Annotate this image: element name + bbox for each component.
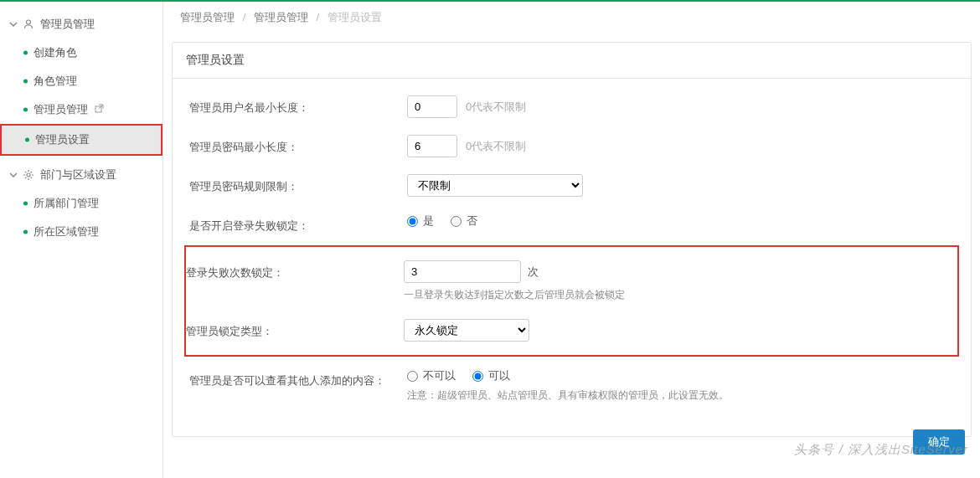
breadcrumb-item[interactable]: 管理员管理 (180, 11, 235, 23)
field-label: 是否开启登录失败锁定： (189, 213, 407, 234)
row-password-rule: 管理员密码规则限制： 不限制 (189, 166, 954, 205)
sidebar-item-label: 创建角色 (34, 46, 77, 59)
radio-input[interactable] (451, 216, 462, 227)
sidebar-group-dept: 部门与区域设置 所属部门管理 所在区域管理 (0, 161, 162, 246)
radio-no[interactable]: 否 (451, 213, 477, 229)
radio-can[interactable]: 可以 (472, 368, 510, 383)
sidebar-item-label: 管理员设置 (35, 133, 90, 146)
row-password-min: 管理员密码最小长度： 0代表不限制 (189, 126, 954, 166)
lock-type-select[interactable]: 永久锁定 (404, 319, 529, 342)
field-subhint: 注意：超级管理员、站点管理员、具有审核权限的管理员，此设置无效。 (407, 388, 954, 403)
field-label: 管理员用户名最小长度： (189, 95, 407, 116)
radio-input[interactable] (407, 371, 418, 382)
field-unit: 次 (528, 265, 539, 280)
field-label: 管理员密码最小长度： (189, 135, 407, 155)
sidebar-group-head-dept[interactable]: 部门与区域设置 (0, 161, 162, 189)
panel-title: 管理员设置 (173, 43, 971, 79)
row-fail-count: 登录失败次数锁定： 次 一旦登录失败达到指定次数之后管理员就会被锁定 (186, 252, 957, 311)
sidebar-item-admin-settings[interactable]: 管理员设置 (0, 124, 162, 156)
sidebar-item-area-mgmt[interactable]: 所在区域管理 (0, 218, 162, 246)
radio-label: 否 (467, 213, 477, 229)
sidebar-item-create-role[interactable]: 创建角色 (0, 39, 162, 67)
sidebar-item-label: 所属部门管理 (34, 197, 99, 209)
field-label: 登录失败次数锁定： (186, 260, 404, 280)
external-link-icon (95, 103, 104, 116)
field-hint: 0代表不限制 (466, 139, 526, 154)
svg-point-2 (27, 173, 30, 177)
sidebar-item-dept-mgmt[interactable]: 所属部门管理 (0, 189, 162, 218)
sidebar-group-title: 部门与区域设置 (40, 167, 116, 182)
username-min-input[interactable] (407, 95, 457, 118)
radio-label: 不可以 (423, 368, 456, 383)
radio-cannot[interactable]: 不可以 (407, 368, 456, 383)
password-min-input[interactable] (407, 135, 457, 157)
sidebar-item-label: 管理员管理 (34, 103, 88, 116)
breadcrumb-current: 管理员设置 (328, 11, 382, 23)
radio-label: 是 (423, 213, 434, 229)
highlighted-section: 登录失败次数锁定： 次 一旦登录失败达到指定次数之后管理员就会被锁定 管理员锁定… (184, 245, 959, 357)
radio-yes[interactable]: 是 (407, 213, 434, 229)
field-label: 管理员锁定类型： (186, 319, 404, 339)
gear-icon (22, 168, 35, 182)
field-label: 管理员是否可以查看其他人添加的内容： (189, 368, 407, 388)
sidebar: 管理员管理 创建角色 角色管理 管理员管理 管理员设置 (0, 2, 163, 478)
fail-count-input[interactable] (404, 260, 521, 283)
radio-label: 可以 (488, 368, 510, 383)
field-subhint: 一旦登录失败达到指定次数之后管理员就会被锁定 (404, 288, 957, 302)
chevron-down-icon (8, 170, 18, 180)
radio-input[interactable] (407, 216, 418, 227)
password-rule-select[interactable]: 不限制 (407, 174, 583, 197)
field-label: 管理员密码规则限制： (189, 174, 407, 194)
row-lock-type: 管理员锁定类型： 永久锁定 (186, 311, 957, 350)
row-view-others: 管理员是否可以查看其他人添加的内容： 不可以 可以 注意：超级管理员、站点管理员… (189, 360, 954, 411)
svg-point-0 (27, 20, 31, 24)
settings-panel: 管理员设置 管理员用户名最小长度： 0代表不限制 管理员密码最小长度： 0代表不… (172, 42, 972, 437)
row-login-fail-lock: 是否开启登录失败锁定： 是 否 (189, 205, 954, 242)
sidebar-item-role-mgmt[interactable]: 角色管理 (0, 67, 162, 95)
field-hint: 0代表不限制 (466, 100, 526, 115)
radio-input[interactable] (472, 371, 483, 382)
content-area: 管理员管理 / 管理员管理 / 管理员设置 管理员设置 管理员用户名最小长度： … (163, 2, 980, 478)
sidebar-group-head-admin[interactable]: 管理员管理 (0, 10, 162, 39)
sidebar-item-admin-mgmt[interactable]: 管理员管理 (0, 95, 162, 124)
breadcrumb-sep: / (243, 11, 246, 23)
sidebar-item-label: 所在区域管理 (34, 225, 99, 238)
submit-button[interactable]: 确定 (913, 429, 965, 455)
sidebar-group-admin: 管理员管理 创建角色 角色管理 管理员管理 管理员设置 (0, 10, 162, 156)
breadcrumb: 管理员管理 / 管理员管理 / 管理员设置 (163, 2, 980, 33)
chevron-down-icon (8, 19, 18, 29)
sidebar-item-label: 角色管理 (34, 75, 77, 87)
user-icon (22, 18, 35, 31)
sidebar-group-title: 管理员管理 (40, 17, 95, 32)
breadcrumb-sep: / (317, 11, 320, 23)
row-username-min: 管理员用户名最小长度： 0代表不限制 (189, 87, 954, 126)
breadcrumb-item[interactable]: 管理员管理 (254, 11, 308, 23)
